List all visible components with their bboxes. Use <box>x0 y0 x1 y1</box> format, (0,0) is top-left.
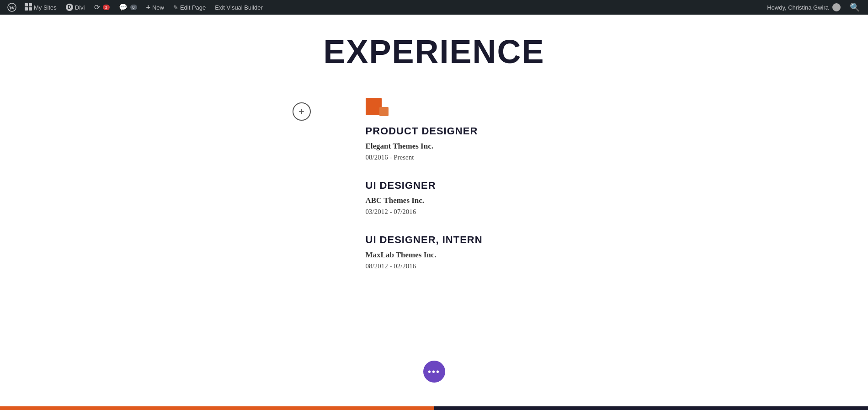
user-avatar <box>832 3 841 11</box>
svg-rect-5 <box>29 7 32 11</box>
svg-rect-3 <box>29 3 32 6</box>
exit-builder-label: Exit Visual Builder <box>215 4 263 11</box>
howdy-label: Howdy, Christina Gwira <box>767 4 829 11</box>
edit-page-label: Edit Page <box>180 4 206 11</box>
job-dates-2: 03/2012 - 07/2016 <box>366 208 612 216</box>
job-entry-1: PRODUCT DESIGNER Elegant Themes Inc. 08/… <box>366 125 612 161</box>
comments-icon: 💬 <box>119 3 128 11</box>
comments-count: 0 <box>130 5 137 10</box>
my-sites-icon <box>25 3 32 12</box>
bottom-bar-dark <box>434 406 868 410</box>
updates-icon: ⟳ <box>94 3 100 11</box>
new-label: New <box>152 4 164 11</box>
palette-icon <box>366 98 389 116</box>
add-module-button[interactable]: + <box>293 102 311 121</box>
page-title: EXPERIENCE <box>256 33 612 70</box>
bottom-bar <box>0 406 868 410</box>
divi-label: Divi <box>75 4 85 11</box>
edit-page-menu[interactable]: ✎ Edit Page <box>169 0 210 15</box>
updates-count: 3 <box>103 5 110 10</box>
comments-menu[interactable]: 💬 0 <box>114 0 142 15</box>
job-company-2: ABC Themes Inc. <box>366 196 612 205</box>
job-entry-2: UI DESIGNER ABC Themes Inc. 03/2012 - 07… <box>366 180 612 216</box>
job-title-2: UI DESIGNER <box>366 180 612 192</box>
job-dates-1: 08/2016 - Present <box>366 154 612 161</box>
my-sites-menu[interactable]: My Sites <box>20 0 61 15</box>
left-column: + <box>256 98 347 121</box>
page-content: EXPERIENCE + PRODUCT DESIGNER Elegan <box>0 15 868 316</box>
right-column: PRODUCT DESIGNER Elegant Themes Inc. 08/… <box>366 98 612 288</box>
job-dates-3: 08/2012 - 02/2016 <box>366 262 612 270</box>
edit-icon: ✎ <box>173 4 178 11</box>
admin-search-icon[interactable]: 🔍 <box>845 0 864 15</box>
job-company-3: MaxLab Themes Inc. <box>366 250 612 260</box>
new-plus-icon: + <box>146 3 150 11</box>
howdy-menu[interactable]: Howdy, Christina Gwira <box>762 0 845 15</box>
experience-section: EXPERIENCE + PRODUCT DESIGNER Elegan <box>229 33 640 288</box>
bottom-bar-orange <box>0 406 434 410</box>
content-row: + PRODUCT DESIGNER Elegant Themes Inc. 0… <box>256 98 612 288</box>
more-options-button[interactable]: ••• <box>423 361 445 383</box>
job-title-1: PRODUCT DESIGNER <box>366 125 612 137</box>
section-icon <box>366 98 612 116</box>
job-entry-3: UI DESIGNER, INTERN MaxLab Themes Inc. 0… <box>366 234 612 270</box>
wp-logo-icon[interactable]: W <box>4 3 20 12</box>
svg-rect-4 <box>25 7 28 11</box>
job-company-1: Elegant Themes Inc. <box>366 142 612 151</box>
divi-menu[interactable]: D Divi <box>61 0 90 15</box>
svg-text:W: W <box>9 4 15 11</box>
updates-menu[interactable]: ⟳ 3 <box>90 0 114 15</box>
job-title-3: UI DESIGNER, INTERN <box>366 234 612 246</box>
my-sites-label: My Sites <box>34 4 57 11</box>
new-menu[interactable]: + New <box>142 0 169 15</box>
svg-rect-2 <box>25 3 28 6</box>
divi-logo-icon: D <box>66 4 73 11</box>
admin-bar: W My Sites D Divi ⟳ 3 💬 0 + New ✎ Edit P… <box>0 0 868 15</box>
exit-builder-menu[interactable]: Exit Visual Builder <box>210 0 267 15</box>
